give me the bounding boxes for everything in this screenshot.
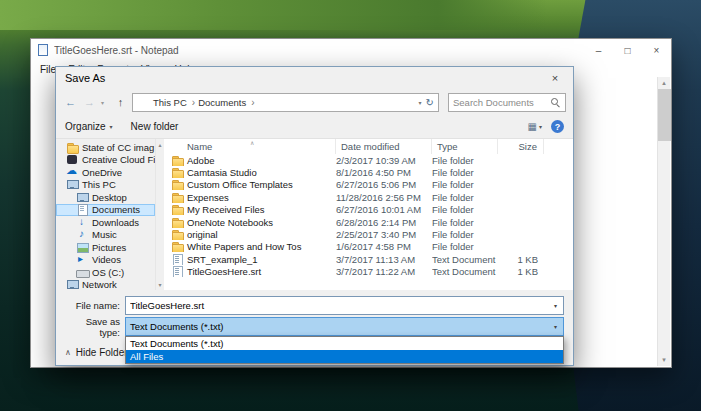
chevron-down-icon[interactable]: ▾ <box>548 297 563 314</box>
file-date-cell: 6/27/2016 10:01 AM <box>336 204 432 215</box>
file-name-cell: original <box>164 229 336 240</box>
sidebar-item[interactable]: State of CC imag <box>56 141 155 154</box>
search-input[interactable] <box>453 97 550 108</box>
notepad-title: TitleGoesHere.srt - Notepad <box>54 45 584 56</box>
sidebar-item-label: OneDrive <box>82 167 122 178</box>
file-date-cell: 3/7/2017 11:13 AM <box>336 254 432 265</box>
file-row[interactable]: My Received Files 6/27/2016 10:01 AM Fil… <box>164 204 573 216</box>
file-name-combobox[interactable]: ▾ <box>125 296 564 315</box>
sidebar-item[interactable]: Documents <box>56 204 155 217</box>
sidebar-item[interactable]: Videos <box>56 254 155 267</box>
sidebar-item-icon <box>66 179 79 190</box>
sidebar-item[interactable]: Desktop <box>56 191 155 204</box>
column-header[interactable]: Date modified <box>336 139 432 154</box>
file-icon <box>171 204 184 215</box>
sidebar-item-label: State of CC imag <box>82 142 154 153</box>
sidebar-item-icon <box>66 167 79 178</box>
sidebar-item-icon <box>66 154 79 165</box>
save-as-type-combobox[interactable]: Text Documents (*.txt) ▾ <box>125 317 564 336</box>
sidebar-item[interactable]: Network <box>56 279 155 291</box>
sidebar-item[interactable]: Creative Cloud Fil <box>56 154 155 167</box>
chevron-down-icon[interactable]: ▾ <box>548 318 563 335</box>
grid-view-icon: ▦ <box>528 121 537 132</box>
sidebar-item-label: Documents <box>92 204 140 215</box>
refresh-icon[interactable]: ↻ <box>426 97 434 108</box>
file-row[interactable]: White Papers and How Tos 1/6/2017 4:58 P… <box>164 241 573 253</box>
file-size-cell: 1 KB <box>498 266 544 277</box>
save-as-dialog: Save As × ← → ▾ ↑ This PC Documents ▾ ↻ <box>55 66 574 366</box>
recent-locations-icon[interactable]: ▾ <box>101 99 109 106</box>
column-header[interactable]: Type <box>432 139 498 154</box>
file-row[interactable]: Expenses 11/28/2016 2:56 PM File folder <box>164 191 573 203</box>
column-header[interactable]: Name <box>164 139 336 154</box>
file-row[interactable]: Custom Office Templates 6/27/2016 5:06 P… <box>164 179 573 191</box>
address-bar[interactable]: This PC Documents ▾ ↻ <box>132 93 439 112</box>
breadcrumb-item[interactable]: This PC <box>153 97 195 108</box>
notepad-scrollbar[interactable]: ▴ ▾ <box>657 77 670 366</box>
sidebar-item-label: Downloads <box>92 217 139 228</box>
up-button[interactable]: ↑ <box>113 96 128 108</box>
help-button[interactable]: ? <box>551 120 564 133</box>
column-header[interactable]: Size <box>498 139 544 154</box>
notepad-titlebar[interactable]: TitleGoesHere.srt - Notepad – □ × <box>31 39 671 61</box>
minimize-button[interactable]: – <box>584 39 613 61</box>
file-icon <box>171 241 184 252</box>
sidebar-item[interactable]: Music <box>56 229 155 242</box>
maximize-button[interactable]: □ <box>613 39 642 61</box>
sidebar-item-icon <box>76 229 89 240</box>
file-name-cell: Camtasia Studio <box>164 167 336 178</box>
close-button[interactable]: × <box>642 39 671 61</box>
navigation-bar: ← → ▾ ↑ This PC Documents ▾ ↻ <box>56 89 573 115</box>
file-date-cell: 8/1/2016 4:50 PM <box>336 167 432 178</box>
dialog-title: Save As <box>65 72 537 84</box>
file-name-input[interactable] <box>126 300 548 311</box>
back-button[interactable]: ← <box>63 96 78 108</box>
sidebar-item[interactable]: OS (C:) <box>56 266 155 279</box>
breadcrumb-item[interactable]: Documents <box>198 97 254 108</box>
scroll-up-icon[interactable]: ▴ <box>158 139 161 150</box>
view-options-button[interactable]: ▦ ▾ <box>528 121 542 132</box>
file-icon <box>171 217 184 228</box>
file-type-option[interactable]: All Files <box>126 350 563 363</box>
file-list-rows: Adobe 2/3/2017 10:39 AM File folder Camt… <box>164 154 573 290</box>
sidebar-item[interactable]: This PC <box>56 179 155 192</box>
sidebar-scrollbar[interactable]: ▴ ▾ <box>155 139 164 290</box>
sidebar-item-label: Network <box>82 279 117 290</box>
desktop: TitleGoesHere.srt - Notepad – □ × FileEd… <box>0 0 701 411</box>
file-date-cell: 2/3/2017 10:39 AM <box>336 155 432 166</box>
dialog-close-button[interactable]: × <box>537 67 573 89</box>
sidebar-item[interactable]: Pictures <box>56 241 155 254</box>
address-history-icon[interactable]: ▾ <box>419 99 422 106</box>
new-folder-button[interactable]: New folder <box>131 121 179 132</box>
sidebar-item[interactable]: OneDrive <box>56 166 155 179</box>
file-type-cell: File folder <box>432 192 498 203</box>
sidebar-item-icon <box>66 142 79 153</box>
dialog-toolbar: Organize ▾ New folder ▦ ▾ ? <box>56 115 573 139</box>
sidebar-item[interactable]: Downloads <box>56 216 155 229</box>
file-type-cell: Text Document <box>432 266 498 277</box>
file-row[interactable]: Adobe 2/3/2017 10:39 AM File folder <box>164 154 573 166</box>
sidebar-item-icon <box>76 204 89 215</box>
hide-folders-button[interactable]: ∧ Hide Folders <box>65 347 133 358</box>
forward-button[interactable]: → <box>82 96 97 108</box>
file-row[interactable]: TitleGoesHere.srt 3/7/2017 11:22 AM Text… <box>164 266 573 278</box>
sidebar-item-icon <box>76 217 89 228</box>
scrollbar-thumb[interactable] <box>658 89 671 141</box>
file-row[interactable]: Camtasia Studio 8/1/2016 4:50 PM File fo… <box>164 166 573 178</box>
file-list: NameDate modifiedTypeSize Adobe 2/3/2017… <box>164 139 573 290</box>
dialog-titlebar[interactable]: Save As × <box>56 67 573 89</box>
file-date-cell: 11/28/2016 2:56 PM <box>336 192 432 203</box>
file-type-option[interactable]: Text Documents (*.txt) <box>126 337 563 350</box>
scroll-down-icon[interactable]: ▾ <box>658 354 670 366</box>
scroll-down-icon[interactable]: ▾ <box>158 279 161 290</box>
sidebar-item-icon <box>76 192 89 203</box>
file-row[interactable]: original 2/25/2017 3:40 PM File folder <box>164 228 573 240</box>
sidebar-item-icon <box>76 254 89 265</box>
organize-button[interactable]: Organize ▾ <box>65 121 113 132</box>
file-type-cell: File folder <box>432 217 498 228</box>
file-row[interactable]: OneNote Notebooks 6/28/2016 2:14 PM File… <box>164 216 573 228</box>
file-row[interactable]: SRT_example_1 3/7/2017 11:13 AM Text Doc… <box>164 253 573 265</box>
search-box[interactable] <box>448 93 566 112</box>
scroll-up-icon[interactable]: ▴ <box>658 77 670 89</box>
sidebar-item-icon <box>76 242 89 253</box>
